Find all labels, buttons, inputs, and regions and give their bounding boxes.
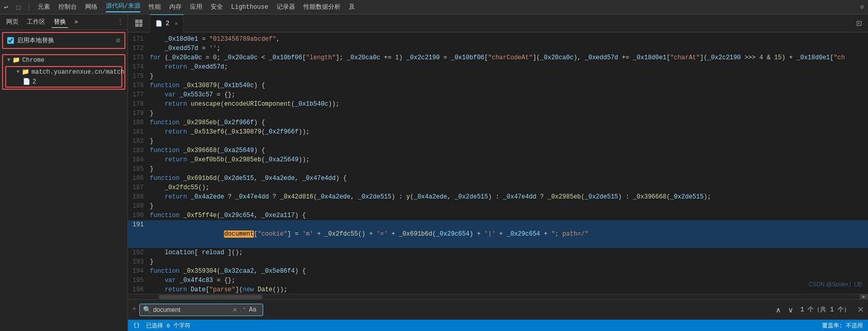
search-next-btn[interactable]: ∨ xyxy=(786,305,795,315)
table-row: 185 } xyxy=(128,164,868,174)
table-row: 194 function _0x359304(_0x32caa2, _0x5e8… xyxy=(128,267,868,276)
toolbar-sources[interactable]: 源代码/来源 xyxy=(106,2,140,12)
line-content: } xyxy=(150,72,868,81)
line-number: 174 xyxy=(128,62,150,72)
toolbar-performance[interactable]: 性能 xyxy=(149,3,161,11)
line-number: 196 xyxy=(128,285,150,294)
tab-close-2[interactable]: ✕ xyxy=(174,20,178,27)
toolbar-elements[interactable]: 元素 xyxy=(38,3,50,11)
code-table: 171 _0x18d0e1 = "0123456789abcdef", 172 … xyxy=(128,35,868,294)
tree-label-match: match.yuanrenxue.cn/match xyxy=(31,69,124,76)
line-content: return _0xedd57d; xyxy=(150,62,868,72)
line-number: 173 xyxy=(128,53,150,62)
table-row: 180 function _0x2985eb(_0x2f966f) { xyxy=(128,118,868,127)
toolbar-console[interactable]: 控制台 xyxy=(58,3,77,11)
table-row: 188 return _0x4a2ede ? _0x47e4dd ? _0x42… xyxy=(128,192,868,202)
table-row: 196 return Date["parse"](new Date()); xyxy=(128,285,868,294)
table-row: 184 return _0xef0b5b(_0x2985eb(_0xa25649… xyxy=(128,155,868,164)
line-number: 195 xyxy=(128,276,150,285)
line-content: return _0x4a2ede ? _0x47e4dd ? _0x42d816… xyxy=(150,192,868,202)
search-label-icon: ⁸ xyxy=(132,306,136,314)
tab-file-2[interactable]: 📄 2 ✕ xyxy=(150,14,184,32)
horizontal-scrollbar[interactable]: ▶ xyxy=(128,294,868,299)
line-content: return unescape(encodeURIComponent(_0x1b… xyxy=(150,100,868,109)
sidebar-tab-workspace[interactable]: 工作区 xyxy=(25,16,47,27)
table-row: 183 function _0x396668(_0xa25649) { xyxy=(128,146,868,155)
line-content: _0xedd57d = ''; xyxy=(150,44,868,53)
search-prev-btn[interactable]: ∧ xyxy=(774,305,783,315)
line-number: 183 xyxy=(128,146,150,155)
search-clear-icon[interactable]: ✕ xyxy=(233,305,237,314)
sidebar-tab-webpage[interactable]: 网页 xyxy=(4,16,21,27)
regex-icon[interactable]: .* xyxy=(239,307,246,313)
toolbar-memory[interactable]: 内存 xyxy=(169,3,182,11)
line-content: var _0x553c57 = {}; xyxy=(150,90,868,100)
tree-item-chrome[interactable]: ▼ 📁 Chrome xyxy=(3,55,124,65)
toolbar-network[interactable]: 网络 xyxy=(85,3,98,11)
status-right: 覆盖率: 不适用 xyxy=(822,322,863,329)
line-number: 181 xyxy=(128,127,150,137)
line-content: _0x18d0e1 = "0123456789abcdef", xyxy=(150,35,868,44)
sidebar-tab-more[interactable]: » xyxy=(72,18,80,27)
toolbar-security[interactable]: 安全 xyxy=(211,3,223,11)
toolbar-lighthouse[interactable]: Lighthouse xyxy=(231,4,268,11)
line-content: for (_0x20ca0c = 0; _0x20ca0c < _0x10bf0… xyxy=(150,53,868,62)
local-replace-bar: 启用本地替换 ⊘ xyxy=(2,32,125,49)
sidebar: 网页 工作区 替换 » ⋮ 启用本地替换 ⊘ ▼ 📁 Chrome xyxy=(0,14,128,331)
toolbar-recorder[interactable]: 记录器 xyxy=(277,3,295,11)
horizontal-scrollbar-thumb[interactable] xyxy=(159,295,262,299)
local-replace-checkbox[interactable] xyxy=(7,37,14,44)
local-replace-label: 启用本地替换 xyxy=(17,36,54,45)
search-input-wrap: 🔍 ✕ .* Aa xyxy=(139,304,263,316)
search-input[interactable] xyxy=(153,306,231,313)
inspect-icon[interactable]: ⬚ xyxy=(17,3,21,11)
line-content: function _0xf5ff4e(_0x29c654, _0xe2a117)… xyxy=(150,211,868,220)
status-selected-chars: 已选择 8 个字符 xyxy=(146,322,190,329)
tree-label-file-2: 2 xyxy=(33,78,36,86)
line-content: return _0x513ef6(_0x130879(_0x2f966f)); xyxy=(150,127,868,137)
line-number: 176 xyxy=(128,81,150,90)
toolbar-more[interactable]: 及 xyxy=(349,3,355,11)
toolbar-perf-insights[interactable]: 性能数据分析 xyxy=(303,3,341,11)
grid-icon xyxy=(135,20,142,27)
back-icon[interactable]: ↩ xyxy=(4,3,8,11)
line-number: 180 xyxy=(128,118,150,127)
search-close-btn[interactable]: ✕ xyxy=(857,305,864,315)
code-scroll-area[interactable]: 171 _0x18d0e1 = "0123456789abcdef", 172 … xyxy=(128,32,868,294)
line-content: } xyxy=(150,257,868,267)
line-number: 188 xyxy=(128,192,150,202)
case-sensitive-btn[interactable]: Aa xyxy=(246,305,259,315)
sidebar-more-icon[interactable]: ⋮ xyxy=(117,18,123,26)
line-content: function _0x396668(_0xa25649) { xyxy=(150,146,868,155)
local-replace-clear-icon[interactable]: ⊘ xyxy=(116,36,120,45)
line-content: function _0x359304(_0x32caa2, _0x5e86f4)… xyxy=(150,267,868,276)
tree-item-match-folder[interactable]: ▼ 📁 match.yuanrenxue.cn/match xyxy=(12,67,121,77)
tab-file-icon: 📄 xyxy=(155,20,163,27)
sidebar-toolbar: 网页 工作区 替换 » ⋮ xyxy=(0,14,127,30)
table-row: 190 function _0xf5ff4e(_0x29c654, _0xe2a… xyxy=(128,211,868,220)
table-row: 173 for (_0x20ca0c = 0; _0x20ca0c < _0x1… xyxy=(128,53,868,62)
line-content: return _0xef0b5b(_0x2985eb(_0xa25649)); xyxy=(150,155,868,164)
line-content: var _0x4f4c83 = {}; xyxy=(150,276,868,285)
table-row: 192 location[ reload ](); xyxy=(128,248,868,257)
line-content: function _0x691b6d(_0x2de515, _0x4a2ede,… xyxy=(150,174,868,183)
toolbar-application[interactable]: 应用 xyxy=(190,3,202,11)
table-row: 176 function _0x130879(_0x1b540c) { xyxy=(128,81,868,90)
file-tree: ▼ 📁 Chrome ▼ 📁 match.yuanrenxue.cn/match… xyxy=(0,51,127,93)
search-icon: 🔍 xyxy=(143,306,151,314)
scroll-right-btn[interactable]: ▶ xyxy=(860,294,868,299)
scroll-right-icon: ▶ xyxy=(862,294,865,300)
editor-more-icon[interactable]: ⊡ xyxy=(856,18,862,29)
status-bar: {} 已选择 8 个字符 覆盖率: 不适用 xyxy=(128,320,868,331)
table-row: 172 _0xedd57d = ''; xyxy=(128,44,868,53)
file-icon-2: 📄 xyxy=(23,78,30,86)
tab-bar: 📄 2 ✕ ⊡ xyxy=(128,14,868,32)
tab-grid[interactable] xyxy=(130,14,150,32)
tree-item-file-2[interactable]: 📄 2 xyxy=(19,77,121,87)
line-number: 185 xyxy=(128,164,150,174)
status-braces-icon: {} xyxy=(133,322,140,328)
line-number: 171 xyxy=(128,35,150,44)
sidebar-tab-replace[interactable]: 替换 xyxy=(52,16,68,28)
line-number: 182 xyxy=(128,137,150,146)
devtools-settings-icon[interactable]: ⚙ xyxy=(860,3,864,11)
